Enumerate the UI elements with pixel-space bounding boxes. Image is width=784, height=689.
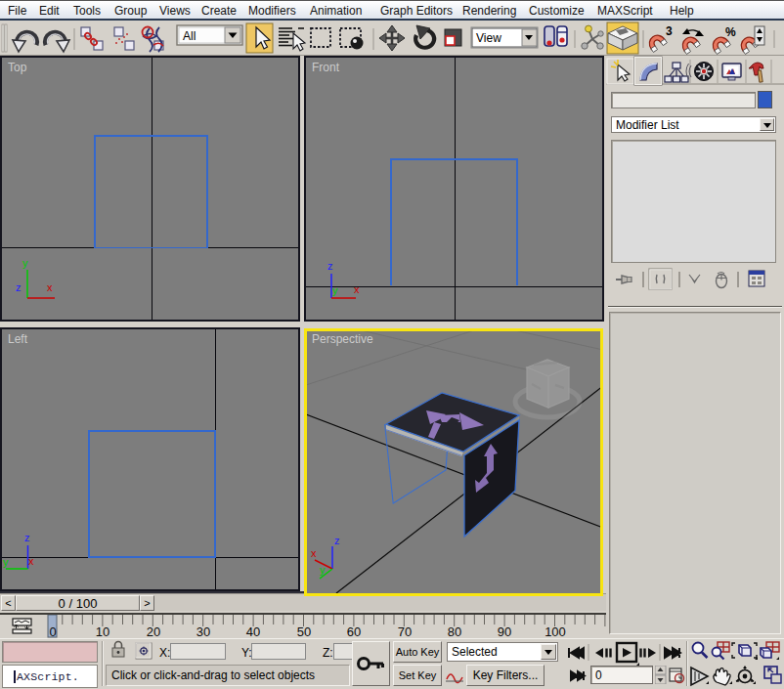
svg-text:100: 100 — [544, 624, 566, 639]
svg-text:40: 40 — [246, 624, 260, 639]
svg-text:z: z — [327, 260, 333, 272]
svg-text:z: z — [334, 535, 340, 546]
svg-text:90: 90 — [498, 624, 511, 639]
svg-text:x: x — [47, 281, 53, 293]
svg-text:0: 0 — [49, 624, 56, 639]
svg-text:%: % — [725, 25, 736, 39]
svg-text:All: All — [183, 29, 196, 43]
svg-text:y: y — [320, 564, 326, 576]
svg-text:20: 20 — [147, 624, 160, 639]
svg-text:50: 50 — [297, 624, 311, 639]
svg-text:z: z — [24, 532, 30, 543]
svg-text:30: 30 — [196, 624, 210, 639]
svg-text:x: x — [28, 555, 34, 567]
svg-text:70: 70 — [398, 624, 412, 639]
svg-text:10: 10 — [96, 624, 109, 639]
svg-text:View: View — [476, 31, 501, 45]
svg-text:y: y — [22, 257, 28, 269]
svg-text:x: x — [354, 283, 360, 295]
svg-text:z: z — [16, 281, 22, 293]
svg-text:60: 60 — [347, 624, 361, 639]
svg-text:3: 3 — [666, 24, 673, 38]
svg-text:y: y — [3, 556, 9, 568]
svg-text:y: y — [332, 284, 338, 296]
svg-text:x: x — [311, 547, 317, 559]
svg-text:80: 80 — [448, 624, 461, 639]
